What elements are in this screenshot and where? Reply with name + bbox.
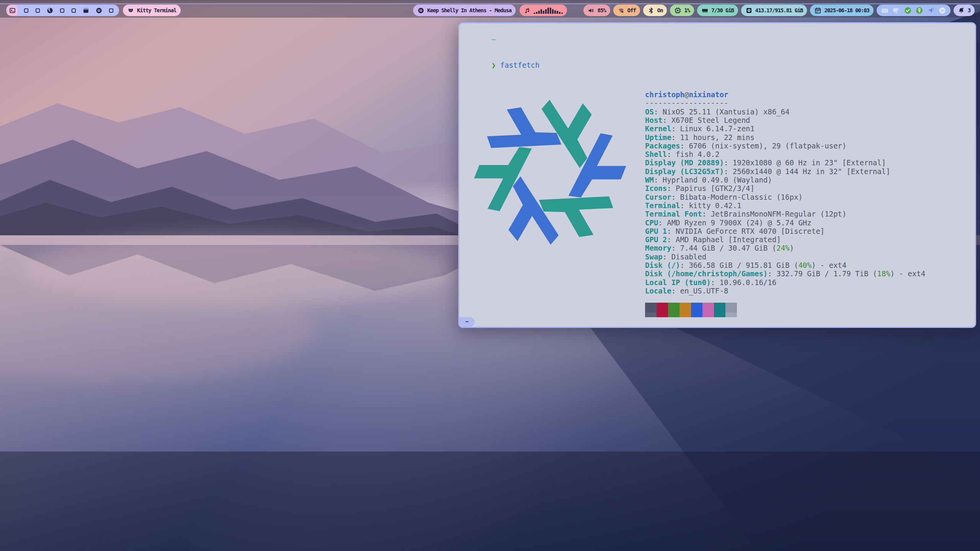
palette-row-bottom [645,313,925,317]
workspaces [6,5,119,16]
palette-swatch-1-0 [645,313,657,317]
prompt-symbol: ❯ [492,61,496,69]
workspace-5-square-icon[interactable] [59,8,65,13]
cat-icon [127,7,134,14]
terminal-tab[interactable]: ~ [459,317,475,327]
command-line: ❯ fastfetch [465,52,970,78]
bluetooth-icon [647,7,655,14]
speaker-icon [588,7,595,14]
fastfetch-output: christoph@nixinator-------------------OS… [465,90,970,317]
cpu-label: 1% [684,8,690,13]
fastfetch-line-22: Disk (/home/christoph/Games): 332.79 GiB… [645,269,925,278]
palette-swatch-1-5 [702,313,714,317]
fastfetch-line-7: Packages: 6706 (nix-system), 29 (flatpak… [645,142,925,150]
bell-icon [958,7,965,14]
palette-swatch-0-4 [691,303,702,313]
palette-swatch-0-0 [645,303,657,313]
window-title-label: Kitty Terminal [137,8,176,13]
memory-pill[interactable]: 7/30 GiB [697,5,738,16]
workspace-1-active[interactable] [7,5,18,16]
palette-swatch-1-3 [679,313,691,317]
palette-row-top [645,303,925,313]
fastfetch-line-21: Disk (/): 366.58 GiB / 915.81 GiB (40%) … [645,261,925,269]
bar-left-section: Kitty Terminal [6,5,181,16]
palette-swatch-1-6 [714,313,725,317]
music-note-icon [524,7,531,14]
palette-swatch-0-5 [702,303,714,313]
bar-right-section: 85%OffOn1%7/30 GiB413.17/915.81 GiB2025-… [583,5,975,16]
fastfetch-line-20: Swap: Disabled [645,253,925,261]
workspace-8-spotify-icon[interactable] [95,7,103,14]
fastfetch-line-1: christoph@nixinator [645,90,925,99]
cpu-icon [674,7,681,14]
fastfetch-line-2: ------------------- [645,99,925,107]
fastfetch-line-11: WM: Hyprland 0.49.0 (Wayland) [645,176,925,184]
spotify-tray-icon[interactable] [938,7,946,15]
check-circle-icon[interactable] [904,7,912,15]
prompt-path-line: ~ [465,27,970,52]
key-icon[interactable] [915,7,923,15]
palette-swatch-0-1 [657,303,668,313]
palette-swatch-0-6 [714,303,725,313]
workspace-9-square-icon[interactable] [108,8,114,13]
terminal-icon [9,7,16,14]
network-label: Off [627,8,636,13]
palette-swatch-0-3 [679,303,691,313]
fastfetch-line-18: GPU 2: AMD Raphael [Integrated] [645,235,925,244]
fastfetch-line-3: OS: NixOS 25.11 (Xantusia) x86_64 [645,108,925,116]
workspace-3-square-icon[interactable] [35,8,41,13]
fastfetch-line-5: Kernel: Linux 6.14.7-zen1 [645,124,925,133]
palette-swatch-0-7 [725,303,737,313]
fastfetch-line-10: Display (LC32G5xT): 980x551 @ 144 Hz i… [645,167,925,176]
wifi-off-icon [617,7,625,14]
now-playing-label: Keep Shelly In Athens - Medusa [427,8,511,13]
nixos-logo [466,90,634,254]
calendar-icon [814,7,822,14]
notifications-pill[interactable]: 3 [954,5,975,16]
workspace-4-firefox-icon[interactable] [46,7,54,14]
screen-lock-icon[interactable] [892,7,900,15]
fastfetch-line-13: Cursor: Bibata-Modern-Classic (16px) [645,193,925,201]
fastfetch-line-16: CPU: AMD Ryzen 9 7900X (24) @ 5.74 GHz [645,218,925,227]
clock-label: 2025-06-18 00:03 [824,8,869,13]
media-player[interactable]: Keep Shelly In Athens - Medusa [413,5,516,16]
keyboard-icon[interactable] [881,7,889,15]
palette-swatch-1-7 [725,313,737,317]
terminal-content: ~ ❯ fastfetch christoph@nixinator-------… [459,23,975,317]
cpu-pill[interactable]: 1% [670,5,694,16]
bluetooth-label: On [657,8,663,13]
fastfetch-line-19: Memory: 7.44 GiB / 30.47 GiB (24%) [645,244,925,252]
bluetooth-pill[interactable]: On [643,5,667,16]
palette-swatch-1-2 [668,313,679,317]
notification-count: 3 [968,8,970,13]
prompt-path: ~ [492,35,496,44]
clock-pill[interactable]: 2025-06-18 00:03 [810,5,873,16]
volume-pill[interactable]: 85% [583,5,610,16]
visualizer-bars [534,7,563,14]
bar-center-section: Keep Shelly In Athens - Medusa [413,5,567,16]
palette-swatch-0-2 [668,303,679,313]
disk-icon [745,7,753,14]
fastfetch-info: christoph@nixinator-------------------OS… [645,90,925,317]
workspace-6-square-icon[interactable] [71,8,77,13]
workspace-7-window-icon[interactable] [82,7,90,14]
fastfetch-line-14: Terminal: kitty 0.42.1 [645,201,925,210]
disk-pill[interactable]: 413.17/915.81 GiB [741,5,807,16]
active-window-title[interactable]: Kitty Terminal [123,5,181,16]
tailscale-icon[interactable] [927,7,935,15]
disk-label: 413.17/915.81 GiB [755,8,803,13]
fastfetch-line-12: Icons: Papirus [GTK2/3/4] [645,184,925,192]
fastfetch-line-23: Local IP (tun0): 10.96.0.16/16 [645,278,925,287]
workspace-2-square-icon[interactable] [23,8,29,13]
terminal-tab-bar: ~ [459,317,975,327]
fastfetch-line-8: Shell: fish 4.0.2 [645,150,925,158]
network-pill[interactable]: Off [613,5,640,16]
fastfetch-line-17: GPU 1: NVIDIA GeForce RTX 4070 [Discrete… [645,227,925,235]
volume-label: 85% [598,8,606,13]
spotify-icon [417,7,425,14]
fastfetch-line-4: Host: X670E Steel Legend [645,116,925,124]
audio-visualizer[interactable] [519,5,567,16]
terminal-window[interactable]: ~ ❯ fastfetch christoph@nixinator-------… [458,22,976,328]
fastfetch-line-24: Locale: en_US.UTF-8 [645,287,925,295]
command-text: fastfetch [500,61,540,69]
